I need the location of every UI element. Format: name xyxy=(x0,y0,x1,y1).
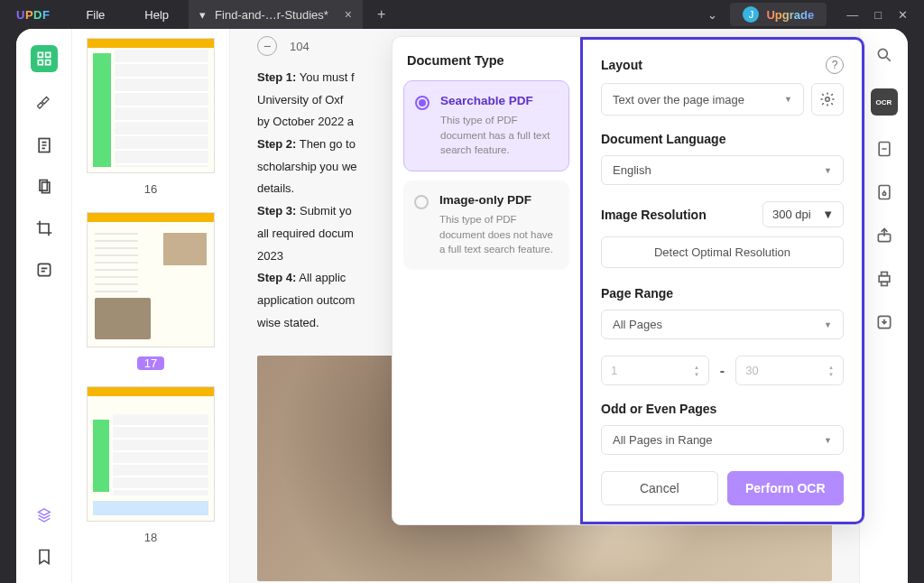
page-to-value: 30 xyxy=(745,364,758,377)
pages-tool[interactable] xyxy=(34,177,54,197)
svg-rect-13 xyxy=(879,276,890,282)
logo-u: U xyxy=(16,8,25,22)
svg-point-17 xyxy=(826,97,830,102)
window-maximize-button[interactable]: □ xyxy=(874,8,882,22)
ocr-panel: Document Type Searchable PDF This type o… xyxy=(392,36,865,525)
doc-line: You must f xyxy=(296,70,354,84)
doc-line: All applic xyxy=(296,271,346,284)
svg-point-8 xyxy=(878,49,887,58)
thumbnail-page-18[interactable] xyxy=(87,386,215,522)
cancel-button[interactable]: Cancel xyxy=(601,471,718,505)
resolution-value: 300 dpi xyxy=(772,208,811,221)
save-icon[interactable] xyxy=(874,312,894,332)
thumbnails-panel[interactable]: 16 17 18 xyxy=(72,29,230,583)
add-tab-button[interactable]: + xyxy=(363,6,400,23)
document-type-section: Document Type Searchable PDF This type o… xyxy=(393,37,580,524)
upgrade-button[interactable]: J Upgrade xyxy=(730,3,827,26)
ocr-tool[interactable]: OCR xyxy=(871,88,898,116)
layout-settings-button[interactable] xyxy=(811,83,844,116)
chevron-down-icon: ▼ xyxy=(824,320,832,329)
svg-rect-0 xyxy=(38,52,42,57)
page-range-label: Page Range xyxy=(601,286,844,301)
search-icon[interactable] xyxy=(874,45,894,65)
thumbnail-label-17: 17 xyxy=(137,356,164,370)
page-from-input[interactable]: 1 ▲▼ xyxy=(601,356,709,385)
range-dash: - xyxy=(720,363,725,379)
odd-even-value: All Pages in Range xyxy=(613,433,713,447)
step-3-label: Step 3: xyxy=(257,204,296,217)
svg-point-11 xyxy=(882,192,885,195)
radio-unselected-icon xyxy=(414,195,429,209)
perform-ocr-button[interactable]: Perform OCR xyxy=(727,471,845,505)
odd-even-select[interactable]: All Pages in Range ▼ xyxy=(601,425,844,455)
layout-label: Layout xyxy=(601,58,642,72)
form-tool[interactable] xyxy=(34,260,54,280)
chevron-down-icon: ▼ xyxy=(824,166,832,175)
app-logo: UPDF xyxy=(0,8,66,22)
resolution-select[interactable]: 300 dpi ▼ xyxy=(762,201,844,227)
doc-line: Then go to xyxy=(296,137,356,151)
zoom-value: 104 xyxy=(290,40,310,53)
protect-icon[interactable] xyxy=(874,182,894,202)
thumbnail-label-18: 18 xyxy=(87,531,215,544)
svg-rect-7 xyxy=(38,264,50,275)
tab-close-icon[interactable]: × xyxy=(345,7,352,22)
svg-rect-1 xyxy=(45,52,50,57)
image-only-pdf-option[interactable]: Image-only PDF This type of PDF document… xyxy=(403,180,569,270)
svg-rect-3 xyxy=(45,60,50,65)
tab-title: Find-and-…r-Studies* xyxy=(215,8,328,22)
language-select[interactable]: English ▼ xyxy=(601,155,844,185)
page-to-input[interactable]: 30 ▲▼ xyxy=(735,356,844,385)
chevron-down-icon: ▼ xyxy=(822,208,834,221)
detect-resolution-button[interactable]: Detect Optimal Resolution xyxy=(601,236,844,268)
step-4-label: Step 4: xyxy=(257,271,296,284)
gear-icon xyxy=(819,91,836,107)
document-type-title: Document Type xyxy=(407,53,566,68)
layout-value: Text over the page image xyxy=(613,93,744,106)
logo-f: F xyxy=(42,8,50,22)
highlight-tool[interactable] xyxy=(34,94,54,114)
help-icon[interactable]: ? xyxy=(826,56,844,74)
step-1-label: Step 1: xyxy=(257,70,296,84)
tabs-overflow-icon[interactable]: ⌄ xyxy=(707,8,717,22)
share-icon[interactable] xyxy=(874,226,894,245)
upgrade-label: Upgrade xyxy=(766,8,814,22)
searchable-pdf-desc: This type of PDF document has a full tex… xyxy=(440,113,556,158)
edit-tool[interactable] xyxy=(34,135,54,155)
left-toolbar xyxy=(16,29,72,583)
zoom-out-button[interactable]: − xyxy=(257,36,277,56)
spinner-icon[interactable]: ▲▼ xyxy=(828,365,834,377)
menu-file[interactable]: File xyxy=(66,8,125,22)
tab-chevron-icon[interactable]: ▾ xyxy=(199,8,206,22)
doc-line: Submit yo xyxy=(296,204,351,217)
page-range-select[interactable]: All Pages ▼ xyxy=(601,310,844,339)
image-only-desc: This type of PDF document does not have … xyxy=(439,212,557,257)
bookmark-icon[interactable] xyxy=(34,547,54,567)
document-tab[interactable]: ▾ Find-and-…r-Studies* × xyxy=(189,0,363,29)
image-only-title: Image-only PDF xyxy=(439,193,557,207)
svg-rect-14 xyxy=(881,273,887,276)
thumbnail-label-16: 16 xyxy=(87,182,215,196)
step-2-label: Step 2: xyxy=(257,137,296,151)
user-avatar: J xyxy=(743,6,759,23)
print-icon[interactable] xyxy=(874,269,894,289)
page-range-value: All Pages xyxy=(613,318,662,331)
thumbnail-page-16[interactable] xyxy=(87,38,215,173)
window-minimize-button[interactable]: — xyxy=(846,8,858,22)
language-value: English xyxy=(613,163,651,177)
searchable-pdf-option[interactable]: Searchable PDF This type of PDF document… xyxy=(403,80,569,171)
ocr-settings-section: Layout ? Text over the page image ▼ Docu… xyxy=(580,37,864,524)
layout-select[interactable]: Text over the page image ▼ xyxy=(601,83,804,116)
logo-d: D xyxy=(33,8,42,22)
crop-tool[interactable] xyxy=(34,218,54,238)
menu-help[interactable]: Help xyxy=(125,8,189,22)
thumbnail-page-17[interactable] xyxy=(87,212,215,347)
chevron-down-icon: ▼ xyxy=(824,436,832,445)
convert-icon[interactable] xyxy=(874,139,894,159)
layers-icon[interactable] xyxy=(34,505,54,525)
spinner-icon[interactable]: ▲▼ xyxy=(694,365,699,377)
searchable-pdf-title: Searchable PDF xyxy=(440,94,556,107)
thumbnails-tool[interactable] xyxy=(31,45,58,72)
window-close-button[interactable]: ✕ xyxy=(898,8,908,22)
chevron-down-icon: ▼ xyxy=(784,95,792,104)
